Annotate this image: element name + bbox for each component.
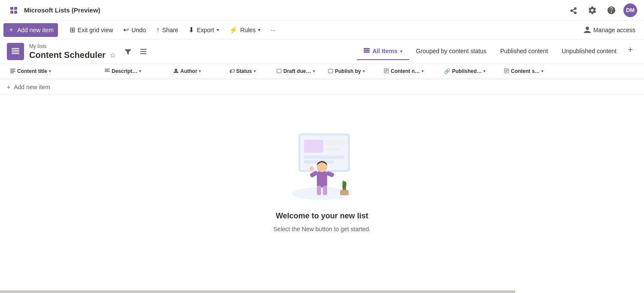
col-header-published[interactable]: 🔗 Published… ▾ [440, 64, 501, 79]
layout-icon-btn[interactable] [137, 45, 150, 58]
list-meta: My lists Content Scheduler ☆ [29, 43, 116, 60]
svg-rect-44 [340, 190, 349, 195]
grid-header: Content title ▾ Descript… ▾ Author ▾ 🏷 S… [0, 64, 644, 79]
rules-button[interactable]: ⚡ Rules ▾ [225, 23, 265, 37]
svg-rect-11 [364, 48, 370, 49]
content-status-chevron-icon: ▾ [541, 69, 544, 73]
svg-rect-2 [10, 11, 13, 14]
share-icon: ↑ [156, 26, 160, 34]
draft-due-chevron-icon: ▾ [313, 69, 315, 73]
user-avatar[interactable]: DM [623, 3, 637, 17]
svg-rect-10 [140, 53, 146, 54]
svg-rect-8 [140, 49, 146, 50]
app-title: Microsoft Lists (Preview) [24, 6, 100, 14]
svg-rect-19 [105, 70, 109, 71]
favorite-star-icon[interactable]: ☆ [110, 51, 116, 59]
svg-rect-6 [12, 51, 19, 52]
col-header-content-notes[interactable]: Content n… ▾ [380, 64, 440, 79]
help-icon-btn[interactable] [605, 3, 618, 17]
tab-all-items[interactable]: All Items ▾ [357, 43, 409, 60]
tab-published-content[interactable]: Published content [493, 43, 555, 60]
undo-button[interactable]: ↩ Undo [119, 23, 150, 37]
svg-rect-31 [326, 147, 341, 151]
svg-rect-32 [304, 156, 344, 159]
col-header-draft-due[interactable]: Draft due… ▾ [273, 64, 325, 79]
svg-rect-0 [10, 7, 13, 10]
svg-rect-16 [10, 71, 15, 72]
manage-access-button[interactable]: Manage access [579, 23, 641, 37]
share-icon-btn[interactable] [567, 3, 580, 17]
col-header-publish-by[interactable]: Publish by ▾ [325, 64, 380, 79]
publish-by-chevron-icon: ▾ [363, 69, 365, 73]
app-grid-icon[interactable] [7, 3, 21, 17]
col-header-author[interactable]: Author ▾ [170, 64, 226, 79]
filter-icon-btn[interactable] [121, 45, 135, 58]
title-bar-left: Microsoft Lists (Preview) [7, 3, 100, 17]
content-title-chevron-icon: ▾ [49, 69, 51, 73]
svg-rect-29 [304, 140, 323, 153]
description-chevron-icon: ▾ [139, 69, 141, 73]
publish-by-col-icon [328, 68, 333, 75]
col-header-description[interactable]: Descript… ▾ [101, 64, 170, 79]
description-col-icon [105, 68, 110, 75]
svg-rect-20 [105, 71, 110, 72]
title-bar-right: DM [567, 3, 637, 17]
list-parent-label: My lists [29, 43, 116, 49]
all-items-chevron-icon: ▾ [400, 49, 402, 54]
svg-rect-37 [323, 186, 327, 195]
svg-rect-22 [277, 69, 281, 73]
tab-grouped-by-status[interactable]: Grouped by content status [409, 43, 493, 60]
svg-rect-9 [140, 51, 146, 52]
add-view-button[interactable]: + [623, 43, 637, 57]
export-chevron-icon: ▾ [217, 27, 219, 32]
view-tabs: All Items ▾ Grouped by content status Pu… [357, 43, 637, 60]
status-col-icon: 🏷 [229, 68, 234, 74]
svg-rect-12 [364, 50, 370, 51]
svg-point-40 [310, 166, 314, 171]
svg-rect-17 [10, 72, 14, 73]
list-header: My lists Content Scheduler ☆ [0, 39, 644, 64]
empty-state-subtitle: Select the New button to get started. [273, 226, 371, 233]
svg-rect-15 [10, 70, 15, 71]
tab-unpublished-content[interactable]: Unpublished content [555, 43, 623, 60]
svg-point-21 [175, 69, 177, 71]
list-title: Content Scheduler [29, 50, 106, 60]
table-icon [364, 48, 370, 54]
undo-icon: ↩ [123, 26, 129, 34]
svg-rect-7 [12, 53, 19, 54]
exit-grid-view-button[interactable]: ⊞ Exit grid view [65, 23, 117, 37]
content-notes-chevron-icon: ▾ [422, 69, 424, 73]
published-col-icon: 🔗 [444, 68, 450, 74]
title-bar: Microsoft Lists (Preview) DM [0, 0, 644, 21]
content-status-col-icon [504, 68, 509, 75]
grid-view-icon: ⊞ [70, 26, 75, 34]
content-title-col-icon [10, 68, 15, 75]
empty-illustration [279, 121, 365, 206]
svg-rect-4 [12, 48, 19, 49]
svg-rect-30 [326, 140, 344, 145]
manage-access-icon [584, 27, 591, 33]
settings-icon-btn[interactable] [586, 3, 599, 17]
author-chevron-icon: ▾ [199, 69, 201, 73]
svg-rect-23 [328, 69, 333, 73]
cmd-separator-1 [61, 25, 62, 35]
export-icon: ⬇ [188, 26, 194, 34]
add-new-item-button[interactable]: ＋ Add new item [3, 23, 58, 37]
content-notes-col-icon [384, 68, 389, 75]
more-button[interactable]: ··· [266, 23, 280, 37]
col-header-status[interactable]: 🏷 Status ▾ [226, 64, 273, 79]
svg-rect-34 [317, 171, 327, 187]
author-col-icon [173, 68, 179, 75]
svg-rect-3 [14, 11, 17, 14]
draft-due-col-icon [276, 68, 282, 75]
plus-icon: ＋ [8, 25, 15, 34]
export-button[interactable]: ⬇ Export ▾ [184, 23, 223, 37]
col-header-content-title[interactable]: Content title ▾ [7, 64, 101, 79]
rules-icon: ⚡ [229, 26, 238, 34]
add-row-label: Add new item [14, 84, 50, 91]
command-bar: ＋ Add new item ⊞ Exit grid view ↩ Undo ↑… [0, 21, 644, 39]
share-button[interactable]: ↑ Share [152, 23, 182, 37]
status-chevron-icon: ▾ [254, 69, 256, 73]
col-header-content-status[interactable]: Content s… ▾ [501, 64, 561, 79]
add-new-item-row[interactable]: + Add new item [0, 79, 644, 95]
